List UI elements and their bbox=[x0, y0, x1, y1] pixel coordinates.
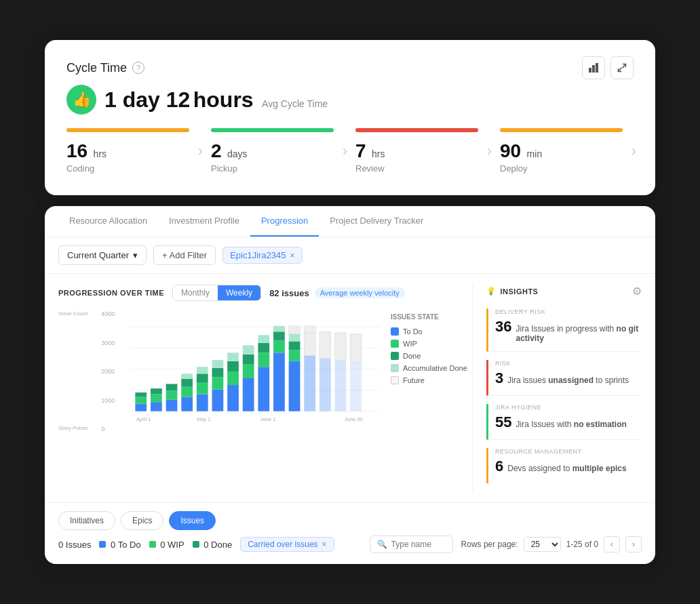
svg-rect-57 bbox=[350, 363, 362, 411]
svg-rect-54 bbox=[319, 331, 331, 358]
svg-rect-23 bbox=[197, 374, 208, 382]
carried-over-close[interactable]: × bbox=[322, 540, 327, 549]
metric-deploy: 90 min Deploy › bbox=[489, 128, 634, 174]
tab-resource-allocation[interactable]: Resource Allocation bbox=[58, 206, 158, 237]
toggle-monthly[interactable]: Monthly bbox=[173, 285, 218, 300]
toggle-weekly[interactable]: Weekly bbox=[218, 285, 260, 300]
svg-rect-16 bbox=[166, 384, 178, 390]
legend-future-label: Future bbox=[403, 376, 425, 384]
svg-rect-9 bbox=[136, 397, 147, 404]
tab-issues[interactable]: Issues bbox=[169, 511, 216, 530]
issues-count: 82 issues bbox=[269, 288, 309, 298]
wip-dot bbox=[149, 541, 156, 548]
legend-accum-box bbox=[391, 364, 399, 372]
search-wrapper[interactable]: 🔍 bbox=[370, 536, 453, 553]
legend-done-label: Done bbox=[403, 352, 421, 360]
expand-icon-btn[interactable] bbox=[610, 56, 634, 79]
tab-progression[interactable]: Progression bbox=[250, 206, 319, 237]
coding-name: Coding bbox=[66, 163, 189, 174]
svg-rect-14 bbox=[166, 400, 178, 411]
wip-count: 0 WIP bbox=[160, 540, 184, 550]
pagination-controls: Rows per page: 25 50 100 1-25 of 0 ‹ › bbox=[461, 536, 642, 552]
search-icon: 🔍 bbox=[377, 540, 387, 549]
pickup-name: Pickup bbox=[211, 163, 334, 174]
quarter-filter[interactable]: Current Quarter ▾ bbox=[58, 245, 147, 265]
card-title-row: Cycle Time ? bbox=[66, 61, 144, 75]
tab-project-delivery[interactable]: Project Delivery Tracker bbox=[319, 206, 434, 237]
deploy-value-row: 90 min bbox=[500, 140, 623, 162]
tab-investment-profile[interactable]: Investment Profile bbox=[158, 206, 250, 237]
resource-number: 6 bbox=[495, 458, 503, 475]
coding-value-row: 16 hrs bbox=[66, 140, 189, 162]
svg-rect-26 bbox=[212, 377, 224, 389]
pickup-value-row: 2 days bbox=[211, 140, 334, 162]
legend-wip: WIP bbox=[391, 340, 472, 348]
epic-tag: Epic1Jira2345 × bbox=[222, 247, 302, 264]
chart-title: PROGRESSION OVER TIME bbox=[58, 289, 164, 297]
todo-count: 0 To Do bbox=[111, 540, 141, 550]
legend-accum-label: Accumulative Done bbox=[403, 364, 467, 372]
progression-card: Resource Allocation Investment Profile P… bbox=[45, 206, 655, 564]
main-container: Cycle Time ? bbox=[45, 40, 655, 564]
svg-rect-34 bbox=[243, 364, 254, 378]
review-bar bbox=[355, 128, 478, 132]
svg-rect-22 bbox=[197, 383, 208, 395]
svg-rect-51 bbox=[305, 333, 316, 356]
svg-rect-18 bbox=[181, 387, 193, 397]
svg-rect-39 bbox=[258, 343, 270, 353]
delivery-risk-category: DELIVERY RISK bbox=[495, 308, 642, 315]
coding-bar bbox=[66, 128, 189, 132]
deploy-name: Deploy bbox=[500, 163, 623, 174]
hygiene-category: JIRA HYGIENE bbox=[495, 404, 642, 411]
legend-future-box bbox=[391, 376, 399, 384]
thumbs-up-icon: 👍 bbox=[66, 85, 96, 115]
done-count: 0 Done bbox=[203, 540, 232, 550]
legend-done: Done bbox=[391, 352, 472, 360]
insight-risk: RISK 3 Jira issues unassigned to sprints bbox=[486, 360, 642, 396]
svg-rect-15 bbox=[166, 390, 178, 399]
metric-pickup: 2 days Pickup › bbox=[200, 128, 345, 174]
legend-future: Future bbox=[391, 376, 472, 384]
svg-rect-8 bbox=[136, 404, 147, 411]
epic-tag-close[interactable]: × bbox=[290, 251, 295, 260]
cycle-time-unit: hours bbox=[193, 87, 254, 112]
todo-stat: 0 To Do bbox=[99, 540, 140, 550]
svg-rect-36 bbox=[243, 345, 254, 354]
chart-section: PROGRESSION OVER TIME Monthly Weekly 82 … bbox=[58, 285, 472, 491]
epic-tag-label: Epic1Jira2345 bbox=[230, 250, 286, 260]
card-actions bbox=[582, 56, 634, 79]
review-value-row: 7 hrs bbox=[355, 140, 478, 162]
metric-coding: 16 hrs Coding › bbox=[66, 128, 200, 174]
legend-todo-label: To Do bbox=[403, 327, 423, 336]
svg-rect-24 bbox=[197, 367, 208, 374]
page-range: 1-25 of 0 bbox=[566, 540, 598, 549]
chart-icon-btn[interactable] bbox=[582, 56, 605, 79]
prev-page-btn[interactable]: ‹ bbox=[604, 536, 620, 552]
svg-rect-49 bbox=[289, 326, 300, 334]
carried-over-chip: Carried over issues × bbox=[240, 537, 334, 552]
svg-rect-28 bbox=[212, 360, 224, 368]
svg-rect-11 bbox=[151, 402, 162, 411]
coding-value: 16 bbox=[66, 140, 88, 161]
pickup-unit: days bbox=[227, 148, 248, 159]
add-filter-btn[interactable]: + Add Filter bbox=[153, 245, 216, 265]
tab-epics[interactable]: Epics bbox=[121, 511, 163, 530]
insights-header: 💡 INSIGHTS ⚙ bbox=[486, 285, 642, 298]
bottom-tabs-row: Initiatives Epics Issues bbox=[45, 502, 655, 530]
chart-legend: ISSUES STATE To Do WIP Done bbox=[391, 310, 472, 449]
insight-delivery-risk: DELIVERY RISK 36 Jira Issues in progress… bbox=[486, 308, 642, 352]
search-input[interactable] bbox=[391, 540, 446, 549]
cycle-time-summary: 👍 1 day 12 hours Avg Cycle Time bbox=[66, 85, 634, 115]
insights-settings-icon[interactable]: ⚙ bbox=[632, 285, 642, 298]
done-stat: 0 Done bbox=[193, 540, 233, 550]
tab-initiatives[interactable]: Initiatives bbox=[58, 511, 115, 530]
carried-over-label: Carried over issues bbox=[248, 540, 317, 549]
rows-select[interactable]: 25 50 100 bbox=[524, 537, 561, 552]
pickup-value: 2 bbox=[211, 140, 222, 161]
next-page-btn[interactable]: › bbox=[625, 536, 642, 552]
chart-wrapper: Issue Count Story Points 4000 3000 2000 … bbox=[58, 310, 472, 449]
help-icon[interactable]: ? bbox=[132, 62, 144, 74]
review-name: Review bbox=[355, 163, 478, 174]
svg-rect-38 bbox=[258, 353, 270, 367]
cycle-time-card: Cycle Time ? bbox=[45, 40, 655, 195]
